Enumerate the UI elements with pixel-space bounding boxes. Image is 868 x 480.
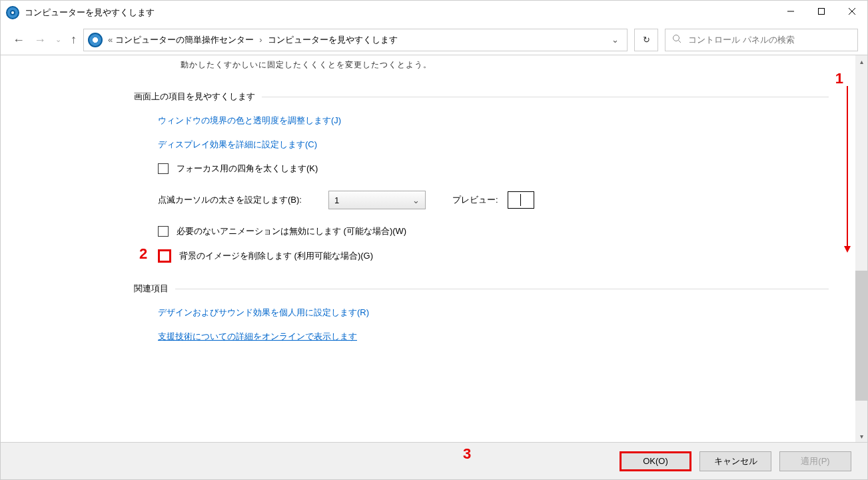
vertical-scrollbar[interactable]: ▴ ▾ [855, 55, 867, 442]
breadcrumb-seg-1[interactable]: コンピューターの簡単操作センター [115, 34, 254, 46]
nav-arrows: ← → ⌄ ↑ [13, 33, 77, 47]
breadcrumb-icon [88, 33, 103, 47]
row-cursor-thickness: 点滅カーソルの太さを設定します(B): 1 ⌄ プレビュー: [158, 191, 829, 209]
row-remove-bg: 2 背景のイメージを削除します (利用可能な場合)(G) [158, 249, 829, 263]
window-controls [775, 1, 867, 25]
maximize-button[interactable] [806, 1, 837, 22]
search-icon [672, 34, 681, 45]
forward-button[interactable]: → [34, 34, 46, 46]
breadcrumb-dropdown-icon[interactable]: ⌄ [606, 35, 624, 45]
row-focus-rect: フォーカス用の四角を太くします(K) [158, 163, 829, 175]
row-disable-animations: 必要のないアニメーションは無効にします (可能な場合)(W) [158, 225, 829, 237]
up-button[interactable]: ↑ [71, 33, 77, 47]
partial-text-top: 動かしたくすかしいに固定したくくくとを変更したつくとよう。 [181, 59, 829, 71]
recent-dropdown-icon[interactable]: ⌄ [55, 36, 61, 43]
checkbox-focus-rect[interactable] [158, 163, 169, 174]
svg-point-4 [673, 35, 679, 41]
section-title: 画面上の項目を見やすくします [134, 91, 255, 103]
annotation-1: 1 [835, 70, 843, 87]
search-input[interactable]: コントロール パネルの検索 [665, 29, 858, 51]
apply-button-label: 適用(P) [801, 455, 829, 467]
refresh-icon: ↻ [643, 35, 650, 45]
window-title: コンピューターを見やすくします [25, 7, 775, 19]
breadcrumb-seg-2[interactable]: コンピューターを見やすくします [268, 34, 398, 46]
svg-marker-7 [844, 246, 851, 253]
back-button[interactable]: ← [13, 34, 25, 46]
section-body: ウィンドウの境界の色と透明度を調整します(J) ディスプレイ効果を詳細に設定しま… [134, 115, 829, 263]
annotation-3: 3 [463, 445, 471, 463]
section-header: 画面上の項目を見やすくします [134, 91, 829, 103]
app-icon [6, 6, 19, 19]
section-related: 関連項目 デザインおよびサウンド効果を個人用に設定します(R) 支援技術について… [134, 283, 829, 343]
link-window-border[interactable]: ウィンドウの境界の色と透明度を調整します(J) [158, 115, 829, 127]
section-divider [262, 97, 829, 97]
ok-button-label: OK(O) [643, 456, 668, 466]
section-divider [175, 289, 829, 289]
section-display-items: 画面上の項目を見やすくします ウィンドウの境界の色と透明度を調整します(J) デ… [134, 91, 829, 263]
svg-rect-1 [819, 9, 825, 15]
checkbox-disable-animations[interactable] [158, 226, 169, 237]
scroll-thumb[interactable] [855, 271, 867, 401]
label-cursor-thickness: 点滅カーソルの太さを設定します(B): [158, 194, 302, 206]
annotation-2: 2 [139, 245, 147, 263]
link-display-effects[interactable]: ディスプレイ効果を詳細に設定します(C) [158, 139, 829, 151]
ok-button[interactable]: OK(O) [620, 451, 691, 471]
link-assistive-tech[interactable]: 支援技術についての詳細をオンラインで表示します [158, 331, 829, 343]
section-title-related: 関連項目 [134, 283, 169, 295]
breadcrumb[interactable]: « コンピューターの簡単操作センター › コンピューターを見やすくします ⌄ [83, 29, 628, 51]
footer: 3 OK(O) キャンセル 適用(P) [1, 442, 867, 479]
link-personalize[interactable]: デザインおよびサウンド効果を個人用に設定します(R) [158, 307, 829, 319]
cancel-button[interactable]: キャンセル [699, 451, 771, 471]
scroll-down-button[interactable]: ▾ [855, 430, 867, 442]
scroll-track[interactable] [855, 67, 867, 430]
section-body-related: デザインおよびサウンド効果を個人用に設定します(R) 支援技術についての詳細をオ… [134, 307, 829, 343]
apply-button[interactable]: 適用(P) [779, 451, 851, 471]
chevron-right-icon: › [259, 35, 262, 45]
annotation-arrow-1 [844, 86, 851, 253]
label-preview: プレビュー: [452, 194, 498, 206]
label-focus-rect: フォーカス用の四角を太くします(K) [177, 163, 318, 175]
section-header-related: 関連項目 [134, 283, 829, 295]
search-placeholder: コントロール パネルの検索 [688, 34, 795, 46]
titlebar: コンピューターを見やすくします [1, 1, 867, 25]
refresh-button[interactable]: ↻ [634, 29, 658, 51]
svg-line-5 [679, 41, 681, 43]
label-disable-animations: 必要のないアニメーションは無効にします (可能な場合)(W) [177, 225, 406, 237]
label-remove-bg: 背景のイメージを削除します (利用可能な場合)(G) [179, 250, 373, 262]
content-area: 動かしたくすかしいに固定したくくくとを変更したつくとよう。 画面上の項目を見やす… [1, 55, 867, 442]
breadcrumb-prefix: « [108, 35, 113, 45]
checkbox-remove-bg[interactable] [158, 249, 171, 263]
minimize-button[interactable] [775, 1, 806, 22]
cancel-button-label: キャンセル [714, 455, 757, 467]
close-button[interactable] [837, 1, 867, 22]
scroll-up-button[interactable]: ▴ [855, 55, 867, 67]
cursor-preview [508, 191, 534, 209]
chevron-down-icon: ⌄ [412, 195, 420, 205]
select-cursor-thickness[interactable]: 1 ⌄ [328, 191, 426, 209]
toolbar: ← → ⌄ ↑ « コンピューターの簡単操作センター › コンピューターを見やす… [1, 25, 867, 55]
content: 動かしたくすかしいに固定したくくくとを変更したつくとよう。 画面上の項目を見やす… [1, 55, 855, 442]
window-root: コンピューターを見やすくします ← → ⌄ ↑ « コンピューターの簡単操作セン… [0, 0, 868, 480]
select-value: 1 [334, 195, 339, 205]
cursor-preview-line [520, 194, 521, 206]
